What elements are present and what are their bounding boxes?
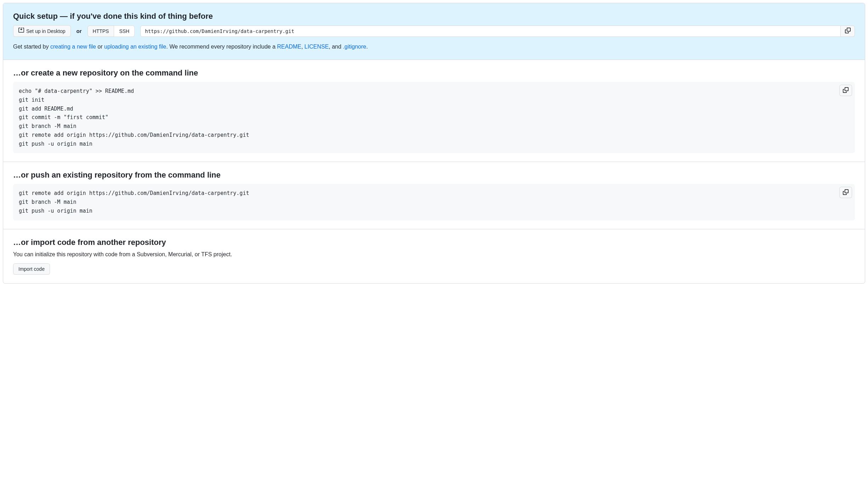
copy-icon bbox=[845, 28, 851, 34]
copy-url-button[interactable] bbox=[841, 26, 855, 37]
quick-setup-section: Quick setup — if you've done this kind o… bbox=[3, 3, 865, 60]
create-repo-code: echo "# data-carpentry" >> README.md git… bbox=[13, 82, 855, 153]
gitignore-link[interactable]: .gitignore bbox=[343, 44, 366, 50]
clone-url-row bbox=[140, 26, 855, 37]
import-code-heading: …or import code from another repository bbox=[13, 238, 855, 247]
copy-create-code-button[interactable] bbox=[839, 85, 852, 96]
push-existing-code: git remote add origin https://github.com… bbox=[13, 184, 855, 220]
or-separator: or bbox=[77, 28, 82, 34]
protocol-toggle: HTTPS SSH bbox=[88, 26, 135, 37]
help-end: . bbox=[366, 44, 368, 50]
create-file-link[interactable]: creating a new file bbox=[50, 44, 96, 50]
quick-setup-heading: Quick setup — if you've done this kind o… bbox=[13, 12, 855, 21]
import-code-button[interactable]: Import code bbox=[13, 263, 50, 275]
https-button[interactable]: HTTPS bbox=[88, 26, 114, 37]
license-link[interactable]: LICENSE bbox=[304, 44, 328, 50]
import-code-subtext: You can initialize this repository with … bbox=[13, 251, 855, 258]
copy-push-code-button[interactable] bbox=[839, 187, 852, 198]
setup-in-desktop-label: Set up in Desktop bbox=[26, 28, 66, 35]
create-repo-heading: …or create a new repository on the comma… bbox=[13, 68, 855, 78]
help-middle: . We recommend every repository include … bbox=[166, 44, 277, 50]
help-prefix: Get started by bbox=[13, 44, 50, 50]
help-and: , and bbox=[329, 44, 343, 50]
help-comma: , bbox=[301, 44, 304, 50]
quick-setup-help: Get started by creating a new file or up… bbox=[13, 43, 855, 51]
ssh-button[interactable]: SSH bbox=[114, 26, 135, 37]
upload-file-link[interactable]: uploading an existing file bbox=[104, 44, 166, 50]
setup-in-desktop-button[interactable]: Set up in Desktop bbox=[13, 25, 71, 37]
setup-controls-row: Set up in Desktop or HTTPS SSH bbox=[13, 25, 855, 37]
push-existing-heading: …or push an existing repository from the… bbox=[13, 170, 855, 180]
create-repo-code-text: echo "# data-carpentry" >> README.md git… bbox=[19, 88, 249, 147]
push-existing-code-text: git remote add origin https://github.com… bbox=[19, 190, 249, 214]
empty-repo-setup: Quick setup — if you've done this kind o… bbox=[3, 3, 865, 284]
copy-icon bbox=[843, 87, 849, 94]
copy-icon bbox=[843, 189, 849, 196]
clone-url-input[interactable] bbox=[140, 26, 841, 37]
create-repo-section: …or create a new repository on the comma… bbox=[3, 60, 865, 162]
import-code-section: …or import code from another repository … bbox=[3, 229, 865, 283]
readme-link[interactable]: README bbox=[277, 44, 301, 50]
desktop-download-icon bbox=[18, 27, 24, 35]
help-or: or bbox=[96, 44, 104, 50]
push-existing-section: …or push an existing repository from the… bbox=[3, 162, 865, 229]
